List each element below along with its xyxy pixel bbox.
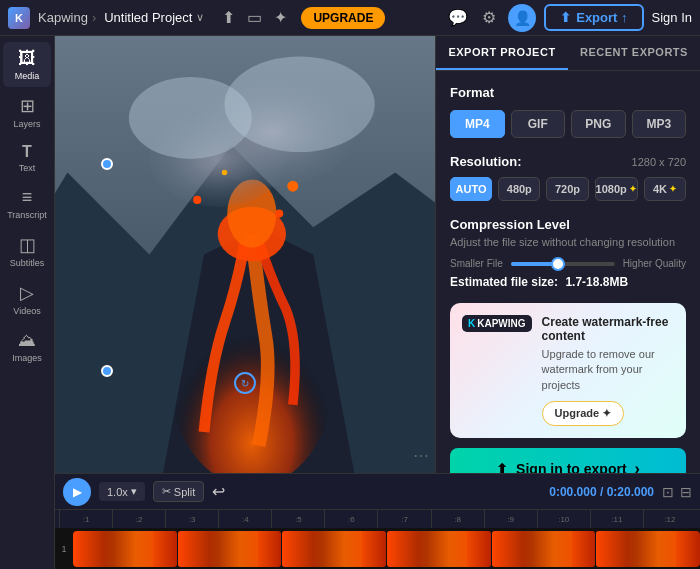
undo-button[interactable]: ↩: [212, 482, 225, 501]
format-label: Format: [450, 85, 686, 100]
export-label: Export ↑: [576, 10, 627, 25]
watermark-text: Create watermark-free content Upgrade to…: [542, 315, 674, 426]
export-icon: ⬆: [560, 10, 571, 25]
user-avatar[interactable]: 👤: [508, 4, 536, 32]
compression-slider-row: Smaller File Higher Quality: [450, 258, 686, 269]
split-button[interactable]: ✂ Split: [153, 481, 204, 502]
file-size-label: Estimated file size:: [450, 275, 558, 289]
app-logo[interactable]: K: [8, 7, 30, 29]
res-4k-star: ✦: [669, 184, 677, 194]
video-preview: ↻ ⋯: [55, 36, 435, 473]
kapwing-k: K: [468, 318, 475, 329]
more-options-icon[interactable]: ⋯: [413, 446, 429, 465]
undo-icon: ↩: [212, 483, 225, 500]
videos-icon: ▷: [20, 282, 34, 304]
clip-3[interactable]: [282, 531, 386, 567]
ruler-tick-9: :9: [484, 510, 537, 528]
sidebar-item-transcript[interactable]: ≡ Transcript: [3, 181, 51, 226]
share-button[interactable]: ⬆: [220, 6, 237, 29]
signin-export-label: Sign in to export: [516, 461, 626, 473]
crop-handle-center[interactable]: ↻: [234, 372, 256, 394]
images-icon: ⛰: [18, 330, 36, 351]
res-4k[interactable]: 4K✦: [644, 177, 686, 201]
monitor-button[interactable]: ▭: [245, 6, 264, 29]
res-auto[interactable]: AUTO: [450, 177, 492, 201]
resolution-label: Resolution:: [450, 154, 522, 169]
upgrade-watermark-button[interactable]: Upgrade ✦: [542, 401, 625, 426]
kapwing-text: KAPWING: [477, 318, 525, 329]
clip-4[interactable]: [387, 531, 491, 567]
split-label: Split: [174, 486, 195, 498]
clip-5[interactable]: [492, 531, 596, 567]
format-mp3[interactable]: MP3: [632, 110, 687, 138]
slider-thumb[interactable]: [551, 257, 565, 271]
signin-export-icon: ⬆: [496, 461, 508, 473]
kapwing-logo-badge: K KAPWING: [462, 315, 532, 332]
crop-handle-bottom-left[interactable]: [101, 365, 113, 377]
settings-icon[interactable]: ⚙: [480, 6, 498, 29]
topbar-right-icons: 💬 ⚙ 👤: [446, 4, 536, 32]
res-1080p-star: ✦: [629, 184, 637, 194]
speed-button[interactable]: 1.0x ▾: [99, 482, 145, 501]
play-button[interactable]: ▶: [63, 478, 91, 506]
sidebar-item-images[interactable]: ⛰ Images: [3, 324, 51, 369]
tab-export-project[interactable]: EXPORT PROJECT: [436, 36, 568, 70]
clip-thumb-2: [178, 531, 282, 567]
timeline-end-icons: ⊡ ⊟: [662, 484, 692, 500]
topbar-signin-button[interactable]: Sign In: [652, 10, 692, 25]
timeline: ▶ 1.0x ▾ ✂ Split ↩ 0:00.000 / 0:20.000 ⊡…: [55, 473, 700, 569]
sidebar-label-text: Text: [19, 163, 36, 173]
ruler-tick-5: :5: [271, 510, 324, 528]
sidebar-label-media: Media: [15, 71, 40, 81]
clip-thumb-3: [282, 531, 386, 567]
clip-2[interactable]: [178, 531, 282, 567]
signin-export-button[interactable]: ⬆ Sign in to export ›: [450, 448, 686, 473]
ruler-tick-3: :3: [165, 510, 218, 528]
chat-icon[interactable]: 💬: [446, 6, 470, 29]
sidebar-item-text[interactable]: T Text: [3, 137, 51, 179]
topbar-actions: ⬆ ▭ ✦ UPGRADE: [220, 6, 385, 29]
slider-right-label: Higher Quality: [623, 258, 686, 269]
clip-1[interactable]: [73, 531, 177, 567]
workspace: ↻ ⋯ EXPORT PROJECT RECENT EXPORTS Format…: [55, 36, 700, 473]
project-name: Untitled Project: [104, 10, 192, 25]
video-canvas: [55, 36, 435, 473]
resolution-options: AUTO 480p 720p 1080p✦ 4K✦: [450, 177, 686, 201]
volcano-scene: [55, 36, 435, 473]
res-480p[interactable]: 480p: [498, 177, 540, 201]
sidebar-item-subtitles[interactable]: ◫ Subtitles: [3, 228, 51, 274]
svg-point-13: [275, 209, 283, 217]
resolution-header: Resolution: 1280 x 720: [450, 154, 686, 169]
sidebar-item-media[interactable]: 🖼 Media: [3, 42, 51, 87]
format-mp4[interactable]: MP4: [450, 110, 505, 138]
timeline-icon-1[interactable]: ⊡: [662, 484, 674, 500]
sidebar-label-layers: Layers: [13, 119, 40, 129]
compression-slider[interactable]: [511, 262, 615, 266]
slider-left-label: Smaller File: [450, 258, 503, 269]
res-720p[interactable]: 720p: [546, 177, 588, 201]
clip-thumb-4: [387, 531, 491, 567]
crop-handle-top-left[interactable]: [101, 158, 113, 170]
format-png[interactable]: PNG: [571, 110, 626, 138]
res-1080p[interactable]: 1080p✦: [595, 177, 638, 201]
export-button[interactable]: ⬆ Export ↑: [544, 4, 643, 31]
project-name-area[interactable]: Untitled Project ∨: [104, 10, 204, 25]
magic-button[interactable]: ✦: [272, 6, 289, 29]
watermark-title: Create watermark-free content: [542, 315, 674, 343]
resolution-size: 1280 x 720: [632, 156, 686, 168]
content-area: ↻ ⋯ EXPORT PROJECT RECENT EXPORTS Format…: [55, 36, 700, 569]
upgrade-button[interactable]: UPGRADE: [301, 7, 385, 29]
tab-recent-exports[interactable]: RECENT EXPORTS: [568, 36, 700, 70]
breadcrumb-sep: ›: [92, 10, 96, 25]
format-gif[interactable]: GIF: [511, 110, 566, 138]
clip-6[interactable]: [596, 531, 700, 567]
watermark-card: K KAPWING Create watermark-free content …: [450, 303, 686, 438]
sidebar-item-layers[interactable]: ⊞ Layers: [3, 89, 51, 135]
track-clips[interactable]: [73, 531, 700, 567]
play-icon: ▶: [73, 485, 82, 499]
watermark-logo: K KAPWING: [462, 315, 532, 332]
ruler-tick-2: :2: [112, 510, 165, 528]
timeline-icon-2[interactable]: ⊟: [680, 484, 692, 500]
sidebar-item-videos[interactable]: ▷ Videos: [3, 276, 51, 322]
logo-icon: K: [8, 7, 30, 29]
